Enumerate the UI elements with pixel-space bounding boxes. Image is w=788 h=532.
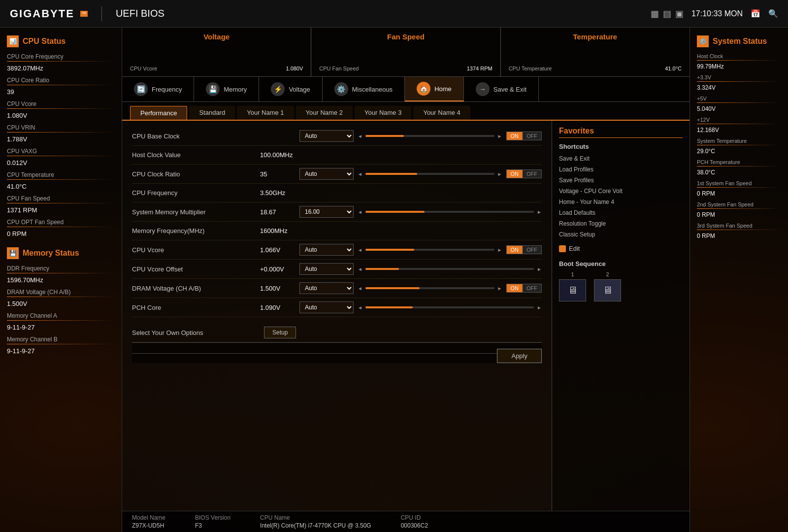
setting-row: CPU Vcore1.066VAuto ◄ ► ON OFF <box>132 240 542 260</box>
icon1[interactable]: ▦ <box>651 8 659 19</box>
toggle-2[interactable]: ON OFF <box>506 169 542 178</box>
memory-status-item: DRAM Voltage (CH A/B) 1.500V <box>7 289 115 307</box>
tab-save-exit[interactable]: → Save & Exit <box>464 77 539 101</box>
setting-dropdown-4[interactable]: 16.00 <box>299 206 354 218</box>
toggle-on-2[interactable]: ON <box>507 170 523 178</box>
slider-track-9[interactable] <box>365 306 534 308</box>
toggle-off-2[interactable]: OFF <box>523 170 541 178</box>
slider-right-arrow-7[interactable]: ► <box>537 266 542 272</box>
apply-button[interactable]: Apply <box>497 349 542 363</box>
slider-track-6[interactable] <box>365 249 494 251</box>
shortcut-item[interactable]: Save Profiles <box>559 175 683 186</box>
shortcut-item[interactable]: Load Profiles <box>559 164 683 175</box>
boot-drive-1[interactable]: 🖥 <box>559 279 586 301</box>
slider-left-arrow-0[interactable]: ◄ <box>358 133 362 139</box>
setup-button[interactable]: Setup <box>264 327 296 338</box>
setting-dropdown-0[interactable]: Auto <box>299 130 354 142</box>
tab-home[interactable]: 🏠 Home <box>405 77 464 101</box>
slider-track-0[interactable] <box>365 135 494 137</box>
toggle-off-0[interactable]: OFF <box>523 132 541 140</box>
mem-item-label: DDR Frequency <box>7 265 115 272</box>
slider-right-arrow-2[interactable]: ► <box>497 171 502 177</box>
shortcut-item[interactable]: Classic Setup <box>559 229 683 240</box>
slider-fill-2 <box>365 173 417 175</box>
setting-value-9: 1.090V <box>260 304 299 311</box>
shortcut-item[interactable]: Save & Exit <box>559 153 683 164</box>
toggle-off-6[interactable]: OFF <box>523 246 541 254</box>
setting-dropdown-8[interactable]: Auto <box>299 282 354 294</box>
icon2[interactable]: ▤ <box>663 8 671 19</box>
slider-track-2[interactable] <box>365 173 494 175</box>
slider-left-arrow-8[interactable]: ◄ <box>358 286 362 291</box>
edit-label: Edit <box>569 245 580 252</box>
tab-miscellaneous[interactable]: ⚙️ Miscellaneous <box>323 77 405 101</box>
sub-tab-yourname3[interactable]: Your Name 3 <box>355 106 411 120</box>
cpu-item-value: 3892.07MHz <box>7 65 115 72</box>
sys-item-label: 1st System Fan Speed <box>697 180 781 186</box>
toggle-0[interactable]: ON OFF <box>506 132 542 140</box>
sub-tab-yourname4[interactable]: Your Name 4 <box>413 106 470 120</box>
sys-status-items: Host Clock 99.79MHz +3.3V 3.324V +5V 5.0… <box>697 53 781 239</box>
slider-right-arrow-4[interactable]: ► <box>537 209 542 215</box>
model-name-value: Z97X-UD5H <box>132 522 165 529</box>
slider-right-arrow-6[interactable]: ► <box>497 247 502 253</box>
slider-left-arrow-7[interactable]: ◄ <box>358 266 362 272</box>
toggle-8[interactable]: ON OFF <box>506 284 542 293</box>
sub-tab-standard[interactable]: Standard <box>189 106 235 120</box>
tab-voltage[interactable]: ⚡ Voltage <box>259 77 322 101</box>
cpu-id-label: CPU ID <box>401 514 428 521</box>
slider-left-arrow-6[interactable]: ◄ <box>358 247 362 253</box>
shortcut-item[interactable]: Voltage - CPU Core Volt <box>559 186 683 197</box>
setting-dropdown-2[interactable]: Auto <box>299 168 354 180</box>
edit-section[interactable]: Edit <box>559 245 683 252</box>
setting-name-6: CPU Vcore <box>132 246 260 254</box>
sys-item-divider <box>697 145 781 145</box>
boot-drive-2[interactable]: 🖥 <box>594 279 621 301</box>
temp-title: Temperature <box>509 33 682 41</box>
setting-dropdown-7[interactable]: Auto <box>299 263 354 275</box>
slider-track-7[interactable] <box>365 268 534 270</box>
sub-tab-yourname1[interactable]: Your Name 1 <box>237 106 294 120</box>
memory-status-items: DDR Frequency 1596.70MHz DRAM Voltage (C… <box>7 265 115 355</box>
sys-status-item: +12V 12.168V <box>697 117 781 133</box>
setting-dropdown-6[interactable]: Auto <box>299 244 354 256</box>
shortcut-item[interactable]: Resolution Toggle <box>559 218 683 229</box>
slider-fill-6 <box>365 249 414 251</box>
sub-tab-performance[interactable]: Performance <box>130 106 187 120</box>
toggle-on-0[interactable]: ON <box>507 132 523 140</box>
slider-left-arrow-2[interactable]: ◄ <box>358 171 362 177</box>
setting-name-5: Memory Frequency(MHz) <box>132 227 260 234</box>
memory-label: Memory <box>224 86 247 93</box>
slider-track-8[interactable] <box>365 287 494 289</box>
shortcut-item[interactable]: Home - Your Name 4 <box>559 197 683 207</box>
home-label: Home <box>434 85 452 93</box>
shortcuts-title: Shortcuts <box>559 143 683 150</box>
slider-right-arrow-8[interactable]: ► <box>497 286 502 291</box>
search-icon[interactable]: 🔍 <box>768 9 778 18</box>
toggle-6[interactable]: ON OFF <box>506 245 542 254</box>
slider-track-4[interactable] <box>365 211 534 213</box>
slider-left-arrow-9[interactable]: ◄ <box>358 305 362 310</box>
sys-item-label: +3.3V <box>697 74 781 80</box>
tab-frequency[interactable]: 🔄 Frequency <box>122 77 194 101</box>
sys-status-item: 2nd System Fan Speed 0 RPM <box>697 201 781 218</box>
setting-dropdown-9[interactable]: Auto <box>299 301 354 313</box>
calendar-icon[interactable]: 📅 <box>751 9 760 18</box>
toggle-off-8[interactable]: OFF <box>523 284 541 292</box>
model-name-label: Model Name <box>132 514 165 521</box>
icon3[interactable]: ▣ <box>675 8 684 19</box>
setting-value-5: 1600MHz <box>260 227 299 234</box>
sub-tab-yourname2[interactable]: Your Name 2 <box>296 106 353 120</box>
setting-row: Memory Frequency(MHz)1600MHz <box>132 222 542 240</box>
setting-slider-7: ◄ ► <box>358 266 542 272</box>
setting-slider-2: ◄ ► <box>358 171 502 177</box>
toggle-on-6[interactable]: ON <box>507 246 523 254</box>
slider-left-arrow-4[interactable]: ◄ <box>358 209 362 215</box>
slider-right-arrow-0[interactable]: ► <box>497 133 502 139</box>
shortcut-item[interactable]: Load Defaults <box>559 207 683 218</box>
mem-item-value: 1596.70MHz <box>7 276 115 284</box>
tab-memory[interactable]: 💾 Memory <box>194 77 259 101</box>
toggle-on-8[interactable]: ON <box>507 284 523 292</box>
slider-right-arrow-9[interactable]: ► <box>537 305 542 310</box>
setting-slider-0: ◄ ► <box>358 133 502 139</box>
